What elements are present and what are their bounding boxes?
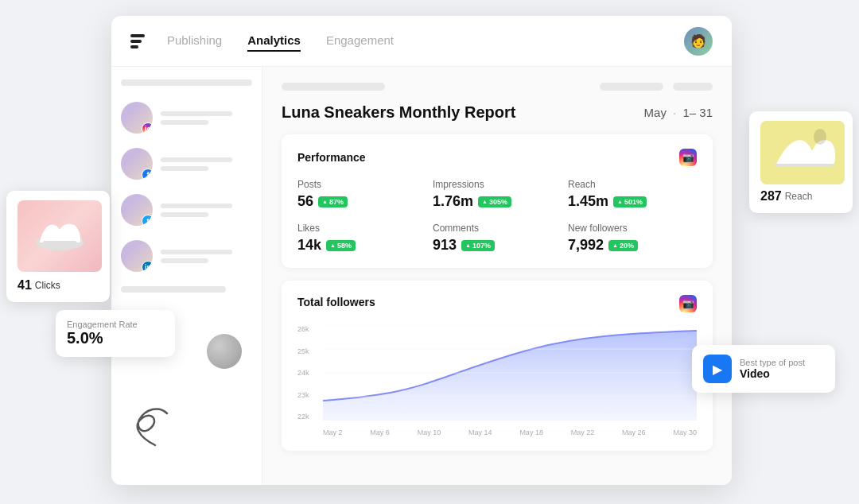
metric-new-followers-label: New followers [568, 223, 697, 234]
metric-new-followers: New followers 7,992 20% [568, 223, 697, 254]
linkedin-account-avatar: in [121, 240, 153, 272]
metric-posts-value-row: 56 87% [297, 193, 426, 210]
clicks-value: 41 [17, 278, 32, 293]
metric-impressions-badge: 305% [478, 196, 511, 207]
decorative-squiggle [123, 397, 187, 456]
engagement-float-card: Engagement Rate 5.0% [56, 310, 175, 357]
sidebar-bottom-line [121, 286, 226, 293]
twitter-account-avatar: t [121, 194, 153, 226]
chart-x-labels: May 2 May 6 May 10 May 14 May 18 May 22 … [323, 428, 697, 436]
chart-y-label: 24k [297, 369, 309, 377]
chart-x-label: May 2 [323, 428, 343, 436]
chart-x-label: May 10 [418, 428, 441, 436]
tab-engagement[interactable]: Engagement [326, 30, 394, 52]
metric-comments-badge: 107% [461, 240, 495, 251]
chart-x-label: May 30 [673, 428, 697, 436]
metric-comments-value: 913 [433, 237, 457, 254]
performance-card-header: Performance 📷 [297, 149, 697, 166]
reach-text: Reach [785, 191, 813, 202]
tab-analytics[interactable]: Analytics [247, 30, 301, 52]
grey-ball-decoration [207, 334, 242, 369]
sidebar-item-facebook[interactable]: f [121, 148, 252, 180]
best-post-value: Video [740, 367, 805, 380]
line-decoration [161, 204, 232, 208]
metric-posts: Posts 56 87% [297, 179, 426, 210]
chart-x-label: May 6 [370, 428, 390, 436]
chart-x-label: May 22 [571, 428, 595, 436]
chart-y-label: 26k [297, 325, 309, 333]
linkedin-badge: in [142, 261, 153, 272]
metric-impressions-value-row: 1.76m 305% [433, 193, 562, 210]
best-post-icon: ▶ [703, 355, 732, 383]
top-nav: Publishing Analytics Engagement 🧑 [111, 16, 732, 67]
chart-x-label: May 26 [622, 428, 646, 436]
line-decoration [161, 250, 232, 254]
nav-tabs: Publishing Analytics Engagement [167, 30, 684, 52]
sidebar-item-linkedin[interactable]: in [121, 240, 252, 272]
sidebar-search-bar [121, 79, 252, 86]
metric-reach-value-row: 1.45m 501% [568, 193, 697, 210]
metric-comments-value-row: 913 107% [433, 237, 562, 254]
report-header: Luna Sneakers Monthly Report May · 1– 31 [282, 103, 713, 122]
engagement-label: Engagement Rate [67, 320, 164, 329]
best-post-label: Best type of post [740, 358, 805, 367]
best-post-float-card: ▶ Best type of post Video [692, 345, 835, 393]
svg-point-7 [814, 129, 826, 145]
performance-card: Performance 📷 Posts 56 87% [282, 134, 713, 268]
sidebar-item-lines [161, 157, 252, 171]
chart-y-label: 25k [297, 347, 309, 355]
dashboard-window: Publishing Analytics Engagement 🧑 ig [111, 16, 732, 485]
reach-float-card: 287 Reach [749, 111, 853, 213]
metric-new-followers-value-row: 7,992 20% [568, 237, 697, 254]
sidebar-item-lines [161, 250, 252, 263]
followers-card-title: Total followers [297, 296, 375, 308]
metric-likes-label: Likes [297, 223, 426, 234]
followers-instagram-icon: 📷 [679, 295, 697, 312]
chart-y-label: 23k [297, 391, 309, 399]
instagram-badge: ig [142, 122, 153, 134]
user-avatar[interactable]: 🧑 [684, 27, 713, 56]
performance-card-title: Performance [297, 151, 366, 164]
skeleton-bar [600, 83, 663, 91]
facebook-badge: f [142, 169, 153, 180]
chart-x-label: May 14 [468, 428, 492, 436]
line-decoration [161, 157, 232, 162]
metric-likes: Likes 14k 58% [297, 223, 426, 254]
reach-image [760, 121, 845, 184]
line-decoration [161, 212, 208, 217]
metrics-grid: Posts 56 87% Impressions 1.76m 305% [297, 179, 697, 254]
skeleton-bar [673, 83, 713, 91]
metric-comments: Comments 913 107% [433, 223, 562, 254]
facebook-account-avatar: f [121, 148, 153, 180]
report-date: May · 1– 31 [644, 106, 713, 119]
metric-posts-label: Posts [297, 179, 426, 190]
instagram-account-avatar: ig [121, 102, 153, 134]
metric-impressions-value: 1.76m [433, 193, 473, 210]
metric-comments-label: Comments [433, 223, 562, 234]
metric-reach-badge: 501% [613, 196, 647, 207]
followers-card: Total followers 📷 26k 25k 24k 23k 22k [282, 281, 713, 451]
chart-y-labels: 26k 25k 24k 23k 22k [297, 325, 309, 421]
metric-posts-badge: 87% [318, 196, 348, 207]
reach-count: 287 [760, 189, 782, 204]
metric-reach: Reach 1.45m 501% [568, 179, 697, 210]
skeleton-row [282, 83, 713, 91]
line-decoration [161, 120, 208, 125]
engagement-value: 5.0% [67, 329, 164, 347]
metric-impressions-label: Impressions [433, 179, 562, 190]
sidebar-item-twitter[interactable]: t [121, 194, 252, 226]
report-title: Luna Sneakers Monthly Report [282, 103, 516, 122]
main-panel: Luna Sneakers Monthly Report May · 1– 31… [262, 67, 732, 485]
followers-card-header: Total followers 📷 [297, 295, 697, 312]
sidebar-item-instagram[interactable]: ig [121, 102, 252, 134]
metric-impressions: Impressions 1.76m 305% [433, 179, 562, 210]
line-decoration [161, 166, 208, 171]
clicks-float-card: 41 Clicks [6, 191, 110, 302]
followers-chart: 26k 25k 24k 23k 22k [297, 325, 697, 436]
reach-label-row: 287 Reach [760, 189, 842, 204]
tab-publishing[interactable]: Publishing [167, 30, 222, 52]
metric-new-followers-badge: 20% [608, 240, 638, 251]
clicks-label: Clicks [35, 280, 60, 291]
app-logo [130, 34, 145, 48]
sidebar-item-lines [161, 204, 252, 217]
